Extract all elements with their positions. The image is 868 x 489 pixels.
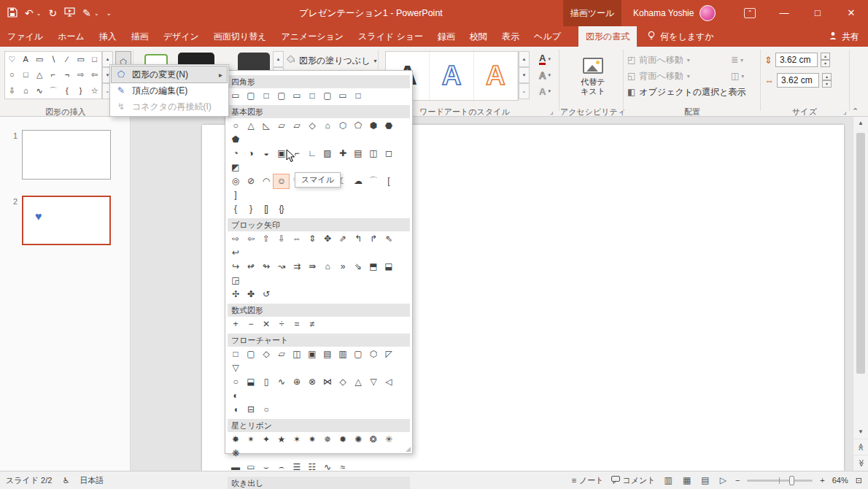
shape-item[interactable]: ✦ (258, 433, 274, 447)
normal-view-icon[interactable]: ▥ (663, 475, 674, 485)
slide-thumbnail[interactable] (22, 130, 111, 180)
shape-item[interactable]: ⬣ (381, 119, 396, 133)
shape-item[interactable]: ↰ (350, 232, 365, 246)
shape-item[interactable]: ☷ (304, 461, 319, 474)
shape-item[interactable]: ▭ (243, 461, 258, 474)
gallery-shape[interactable]: △ (33, 67, 47, 82)
language-indicator[interactable]: 日本語 (80, 475, 104, 486)
shape-item[interactable]: ∿ (319, 461, 335, 474)
shape-item[interactable]: ⬓ (381, 260, 396, 274)
height-stepper[interactable]: ▴▾ (821, 53, 830, 67)
shape-item[interactable]: ◇ (304, 119, 319, 133)
resize-grip[interactable]: ◢ (406, 445, 411, 453)
gallery-shape[interactable]: ▭ (33, 52, 47, 67)
tab-design[interactable]: デザイン (156, 26, 206, 47)
step-up-icon[interactable]: ▴ (821, 53, 830, 60)
shape-item[interactable]: ▢ (319, 89, 335, 103)
shape-item[interactable]: ⌒ (365, 174, 381, 188)
shape-item[interactable]: ▨ (319, 147, 335, 161)
step-down-icon[interactable]: ▾ (822, 80, 832, 88)
shape-item[interactable]: ◻ (381, 147, 396, 161)
shape-item[interactable]: ⬓ (243, 375, 258, 389)
shape-item[interactable]: ▤ (350, 147, 365, 161)
shape-item[interactable]: ▭ (228, 89, 243, 103)
tab-record[interactable]: 録画 (430, 26, 462, 47)
scroll-down-icon[interactable]: ▾ (519, 67, 530, 83)
shape-item[interactable]: ↫ (243, 260, 258, 274)
shape-item[interactable]: ▭ (335, 89, 350, 103)
shape-item[interactable]: ✸ (228, 433, 243, 447)
zoom-slider[interactable] (747, 480, 813, 482)
shape-item[interactable]: ▢ (243, 347, 258, 361)
rotate-objects-button[interactable]: ↻▾ (731, 85, 743, 99)
send-backward-button[interactable]: ◱ 背面へ移動 ▾ (627, 69, 690, 83)
tab-draw[interactable]: 描画 (124, 26, 156, 47)
step-up-icon[interactable]: ▴ (822, 73, 832, 80)
gallery-shape[interactable]: □ (19, 67, 33, 82)
menu-item-change-shape[interactable]: ⬠図形の変更(N)▸ (112, 66, 227, 82)
accessibility-icon[interactable]: ♿ (62, 476, 69, 485)
gallery-shape[interactable]: ○ (5, 67, 19, 82)
shape-item[interactable]: ▢ (243, 89, 258, 103)
shape-item[interactable]: ⌂ (319, 119, 335, 133)
shape-item[interactable]: {} (274, 202, 289, 216)
shape-item[interactable]: ▭ (289, 89, 304, 103)
shape-item[interactable]: ✥ (319, 232, 335, 246)
tab-home[interactable]: ホーム (50, 26, 92, 47)
scrollbar-thumb[interactable] (856, 133, 865, 374)
shape-item[interactable]: ⬢ (365, 119, 381, 133)
shape-item[interactable]: ⊘ (243, 174, 258, 188)
shape-item[interactable]: ◖ (228, 403, 243, 417)
shape-item[interactable]: ↪ (228, 260, 243, 274)
scrollbar-track[interactable] (853, 130, 868, 426)
shape-item[interactable]: ◲ (228, 274, 243, 288)
tab-slideshow[interactable]: スライド ショー (351, 26, 430, 47)
gallery-shape[interactable]: A (19, 52, 33, 67)
bring-forward-button[interactable]: ◰ 前面へ移動 ▾ (627, 53, 690, 67)
shape-item[interactable]: ✤ (243, 288, 258, 301)
menu-item-edit-points[interactable]: ✎頂点の編集(E) (112, 82, 227, 99)
shape-item[interactable]: ◇ (335, 375, 350, 389)
text-effects-button[interactable]: A▾ (532, 83, 558, 99)
share-button[interactable]: 共有 (829, 26, 859, 47)
shape-item[interactable]: { (228, 202, 243, 216)
wordart-style[interactable]: A (430, 52, 473, 100)
shape-item[interactable]: ⋈ (319, 375, 335, 389)
shape-item[interactable]: △ (350, 375, 365, 389)
shape-item[interactable]: ✺ (350, 433, 365, 447)
shape-item[interactable]: ✕ (258, 317, 274, 331)
shape-item[interactable]: ☺ (274, 174, 289, 188)
shape-item[interactable]: ✶ (289, 433, 304, 447)
shape-item[interactable]: = (289, 317, 304, 331)
shape-item[interactable]: ◸ (381, 347, 396, 361)
shape-item[interactable]: ◫ (365, 147, 381, 161)
shape-item[interactable]: + (228, 317, 243, 331)
gallery-shape[interactable]: { (60, 83, 74, 99)
shape-item[interactable]: ◎ (228, 174, 243, 188)
zoom-out-button[interactable]: − (735, 476, 740, 485)
tab-insert[interactable]: 挿入 (92, 26, 124, 47)
shape-item[interactable]: ⌣ (258, 461, 274, 474)
shape-item[interactable]: ◺ (258, 119, 274, 133)
shape-item[interactable]: ▽ (365, 375, 381, 389)
minimize-button[interactable]: — (767, 0, 801, 26)
slideshow-view-icon[interactable]: ▷ (718, 475, 728, 485)
shape-item[interactable]: ○ (228, 119, 243, 133)
shape-item[interactable]: ◔ (228, 147, 243, 161)
shape-item[interactable]: ⬡ (365, 347, 381, 361)
shape-item[interactable]: ↬ (258, 260, 274, 274)
gallery-more-icon[interactable]: ⌄ (519, 83, 530, 99)
shape-item[interactable]: » (335, 260, 350, 274)
next-slide-button[interactable]: ≪ (853, 455, 868, 471)
shape-item[interactable]: ] (228, 188, 243, 202)
scroll-up-icon[interactable]: ▴ (519, 51, 530, 67)
shape-item[interactable]: ⬡ (335, 119, 350, 133)
shape-item[interactable]: ✹ (335, 433, 350, 447)
shape-item[interactable]: ▽ (228, 361, 243, 375)
shape-item[interactable]: ⇨ (228, 232, 243, 246)
shape-item[interactable]: □ (228, 347, 243, 361)
shape-item[interactable]: ⊕ (289, 375, 304, 389)
shape-item[interactable]: ⇧ (258, 232, 274, 246)
tell-me-box[interactable]: 何をしますか (647, 26, 713, 47)
shape-item[interactable]: ○ (228, 375, 243, 389)
